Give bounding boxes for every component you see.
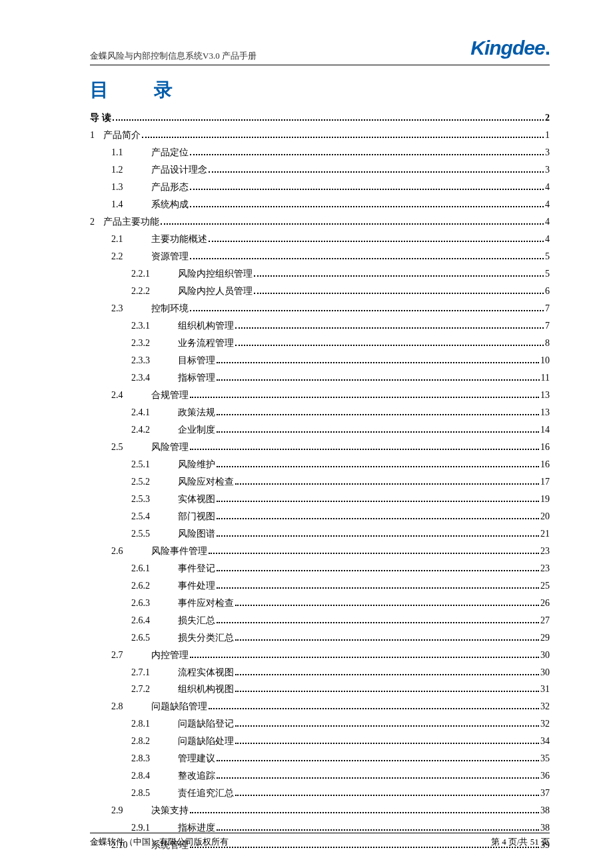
toc-entry-label: 管理建议 — [178, 751, 215, 766]
toc-entry[interactable]: 2.8.2问题缺陷处理34 — [90, 734, 550, 749]
toc-entry-number: 2.2 — [111, 249, 151, 264]
toc-entry[interactable]: 2.5.4部门视图20 — [90, 509, 550, 524]
toc-leader-dots — [235, 345, 544, 346]
toc-entry-number: 2.8.4 — [131, 769, 178, 783]
toc-entry-page: 8 — [545, 336, 550, 351]
toc-leader-dots — [209, 553, 539, 554]
toc-entry-number: 2.5.3 — [131, 492, 178, 507]
toc-leader-dots — [235, 795, 539, 796]
header-rule — [90, 65, 550, 65]
toc-entry[interactable]: 2.5.1风险维护16 — [90, 457, 550, 472]
toc-entry[interactable]: 1.1产品定位3 — [90, 145, 550, 160]
toc-entry-number: 2.6.4 — [131, 613, 178, 628]
toc-entry-page: 27 — [540, 613, 550, 628]
toc-entry[interactable]: 2.3.2业务流程管理8 — [90, 336, 550, 351]
toc-entry[interactable]: 2.5.3实体视图19 — [90, 492, 550, 507]
toc-entry[interactable]: 1产品简介1 — [90, 128, 550, 143]
toc-entry-number: 2.5.4 — [131, 509, 178, 524]
toc-entry-number: 2.5 — [111, 440, 151, 455]
toc-entry-page: 13 — [540, 388, 550, 403]
toc-entry-page: 26 — [540, 596, 550, 611]
page-footer: 金蝶软件（中国）有限公司版权所有 第 4 页/共 51 页 — [90, 833, 550, 848]
toc-entry-page: 13 — [540, 405, 550, 420]
toc-leader-dots — [113, 119, 544, 121]
toc-entry[interactable]: 2.9决策支持38 — [90, 803, 550, 818]
toc-leader-dots — [190, 189, 544, 190]
toc-leader-dots — [217, 777, 539, 779]
toc-entry-page: 30 — [540, 648, 550, 663]
toc-entry[interactable]: 2.6.1事件登记23 — [90, 561, 550, 576]
toc-leader-dots — [235, 743, 539, 744]
toc-entry-number: 1.4 — [111, 197, 151, 212]
toc-entry[interactable]: 2.3控制环境7 — [90, 301, 550, 316]
toc-leader-dots — [235, 327, 544, 329]
toc-entry[interactable]: 1.3产品形态4 — [90, 180, 550, 195]
toc-leader-dots — [235, 605, 539, 606]
toc-entry-label: 产品定位 — [151, 145, 189, 160]
toc-entry[interactable]: 2.7.1流程实体视图30 — [90, 665, 550, 680]
toc-leader-dots — [161, 223, 544, 225]
toc-entry[interactable]: 2.3.3目标管理10 — [90, 353, 550, 368]
toc-entry-number: 2.7.2 — [131, 682, 178, 697]
toc-leader-dots — [217, 622, 539, 623]
toc-entry[interactable]: 2.5.5风险图谱21 — [90, 527, 550, 541]
toc-entry-label: 事件处理 — [178, 579, 215, 593]
toc-entry[interactable]: 2.5.2风险应对检查17 — [90, 475, 550, 489]
toc-entry-page: 6 — [545, 284, 550, 299]
toc-entry[interactable]: 2.6.5损失分类汇总29 — [90, 631, 550, 645]
toc-entry-number: 2.5.2 — [131, 475, 178, 489]
toc-entry-number: 2.8.5 — [131, 786, 178, 801]
toc-entry[interactable]: 2.8.5责任追究汇总37 — [90, 786, 550, 801]
toc-entry[interactable]: 2.2资源管理5 — [90, 249, 550, 264]
toc-leader-dots — [217, 379, 540, 381]
toc-entry[interactable]: 2.6.3事件应对检查26 — [90, 596, 550, 611]
toc-entry-page: 25 — [540, 579, 550, 593]
toc-entry[interactable]: 2.2.2风险内控人员管理6 — [90, 284, 550, 299]
toc-entry[interactable]: 1.4系统构成4 — [90, 197, 550, 212]
toc-entry[interactable]: 1.2产品设计理念3 — [90, 163, 550, 177]
toc-entry-label: 风险图谱 — [178, 527, 215, 541]
table-of-contents: 导 读21产品简介11.1产品定位31.2产品设计理念31.3产品形态41.4系… — [90, 111, 550, 853]
toc-entry[interactable]: 2.6.2事件处理25 — [90, 579, 550, 593]
toc-leader-dots — [235, 483, 539, 485]
toc-entry[interactable]: 2.1主要功能概述4 — [90, 232, 550, 247]
toc-entry[interactable]: 2.4合规管理13 — [90, 388, 550, 403]
toc-entry-page: 29 — [540, 631, 550, 645]
toc-entry-label: 损失汇总 — [178, 613, 215, 628]
toc-entry-page: 14 — [540, 423, 550, 437]
toc-entry-page: 16 — [540, 457, 550, 472]
toc-entry[interactable]: 导 读2 — [90, 111, 550, 125]
toc-entry[interactable]: 2.5风险管理16 — [90, 440, 550, 455]
toc-entry[interactable]: 2.7.2组织机构视图31 — [90, 682, 550, 697]
toc-entry-number: 2.4 — [111, 388, 151, 403]
toc-leader-dots — [217, 431, 539, 433]
toc-entry[interactable]: 2.2.1风险内控组织管理5 — [90, 267, 550, 281]
toc-entry[interactable]: 2.8.4整改追踪36 — [90, 769, 550, 783]
toc-entry-page: 7 — [545, 301, 550, 316]
footer-page-number: 第 4 页/共 51 页 — [491, 836, 550, 848]
toc-entry-number: 2.5.1 — [131, 457, 178, 472]
toc-entry-page: 31 — [540, 682, 550, 697]
toc-entry-label: 控制环境 — [151, 301, 189, 316]
toc-entry-label: 组织机构视图 — [178, 682, 234, 697]
toc-entry[interactable]: 2.3.4指标管理11 — [90, 371, 550, 385]
toc-entry[interactable]: 2.4.1政策法规13 — [90, 405, 550, 420]
toc-entry[interactable]: 2.4.2企业制度14 — [90, 423, 550, 437]
toc-entry-number: 2.6.1 — [131, 561, 178, 576]
toc-entry[interactable]: 2.8问题缺陷管理32 — [90, 699, 550, 714]
toc-entry[interactable]: 2.6.4损失汇总27 — [90, 613, 550, 628]
document-page: Kingdee. 金蝶风险与内部控制信息系统V3.0 产品手册 目 录 导 读2… — [0, 0, 613, 868]
toc-entry[interactable]: 2产品主要功能4 — [90, 215, 550, 229]
toc-entry[interactable]: 2.8.3管理建议35 — [90, 751, 550, 766]
toc-entry-number: 2.9 — [111, 803, 151, 818]
toc-leader-dots — [190, 812, 539, 813]
toc-leader-dots — [217, 466, 539, 467]
toc-entry-label: 风险应对检查 — [178, 475, 234, 489]
toc-leader-dots — [209, 171, 544, 173]
toc-entry[interactable]: 2.7内控管理30 — [90, 648, 550, 663]
toc-entry[interactable]: 2.8.1问题缺陷登记32 — [90, 717, 550, 731]
toc-entry[interactable]: 2.6风险事件管理23 — [90, 544, 550, 559]
toc-entry[interactable]: 2.3.1组织机构管理7 — [90, 319, 550, 333]
toc-entry-number: 2.8.3 — [131, 751, 178, 766]
toc-entry-number: 1.1 — [111, 145, 151, 160]
